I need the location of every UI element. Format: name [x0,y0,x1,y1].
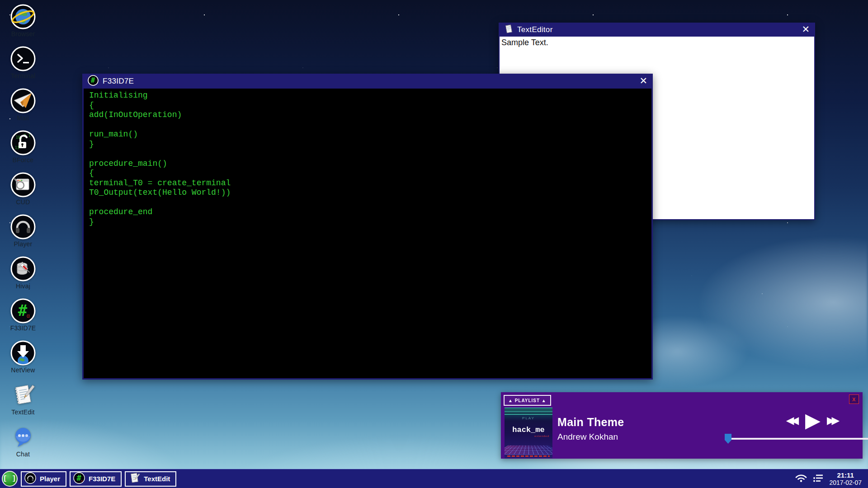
progress-bar[interactable] [726,438,868,440]
desktop-icon-textedit[interactable]: TextEdit [4,378,42,420]
notepad-icon [504,24,513,35]
notepad-icon [10,382,36,408]
desktop-icon-label: Hivaj [16,282,30,290]
terminal-window: # F33ID7E ✕ Initialising { add(InOutOper… [82,74,653,380]
desktop-icon-label: Mail [17,114,29,122]
globe-icon [10,4,36,29]
taskbar-item-player[interactable]: Player [21,471,66,487]
texteditor-text: Sample Text. [501,38,812,47]
desktop-icon-cud[interactable]: CUD [4,168,42,210]
album-grid-decoration [505,446,552,455]
padlock-icon: 101 0 1 11 [10,130,36,155]
album-header-text: PLAY [505,416,552,420]
desktop-icon-label: CUD [16,198,30,206]
wifi-icon[interactable] [795,474,807,484]
desktop-icon-hivaj[interactable]: Hivaj [4,252,42,294]
taskbar-item-label: F33ID7E [89,475,115,483]
database-syringe-icon [10,256,36,282]
taskbar-item-f33id7e[interactable]: # α F33ID7E [70,471,122,487]
desktop-icon-label: BForce [13,156,33,164]
player-close-button[interactable]: X [849,394,859,404]
playlist-toggle-button[interactable]: ▲ PLAYLIST ▲ [504,395,551,406]
desktop-icon-label: TextEdit [11,408,34,416]
close-icon[interactable]: ✕ [639,76,647,86]
svg-text:α: α [27,313,30,319]
headphones-icon [10,214,36,239]
texteditor-titlebar[interactable]: TextEditor ✕ [499,23,815,37]
rewind-icon[interactable]: ◀◀ [786,414,799,426]
clock-date: 2017-02-07 [829,479,862,486]
notepad-icon [128,472,140,486]
desktop-icon-label: Player [14,240,33,248]
hash-icon: # α [73,472,85,486]
desktop-icon-label: NetView [11,366,35,374]
paper-plane-icon [10,88,36,113]
taskbar-item-label: TextEdit [144,475,170,483]
taskbar-item-label: Player [40,475,60,483]
album-art: PLAY hack_me extended [505,408,552,458]
list-icon[interactable] [813,474,824,484]
desktop-icon-label: Browser [11,30,35,38]
taskbar-clock[interactable]: 21:11 2017-02-07 [829,471,862,486]
window-search-icon [10,172,36,197]
desktop-icon-bforce[interactable]: 101 0 1 11 BForce [4,126,42,168]
desktop-icon-label: Chat [16,450,30,458]
player-controls: ◀◀ ▶ ▶▶ [761,410,865,430]
terminal-icon [10,46,36,71]
album-footer-decoration [507,455,550,457]
music-player-panel: ▲ PLAYLIST ▲ X PLAY hack_me extended Mai… [501,392,863,459]
svg-text:#: # [91,76,95,84]
desktop-icon-mail[interactable]: Mail [4,84,42,126]
terminal-titlebar[interactable]: # F33ID7E ✕ [82,74,653,89]
progress-thumb[interactable] [725,434,731,444]
hash-icon: # [88,75,99,88]
terminal-code: Initialising { add(InOutOperation) run_m… [84,89,651,229]
start-button[interactable]: [ ] [2,471,18,487]
desktop-icon-label: Terminal [11,72,36,80]
terminal-content-area[interactable]: Initialising { add(InOutOperation) run_m… [82,89,653,380]
window-title: TextEditor [517,25,553,34]
track-artist: Andrew Kokhan [557,432,618,442]
album-glitch-band [505,408,552,415]
desktop-icon-browser[interactable]: Browser [4,0,42,42]
play-icon[interactable]: ▶ [805,410,821,430]
album-subtitle-text: extended [534,435,549,437]
desktop-icon-f33id7e[interactable]: # α F33ID7E [4,294,42,336]
window-title: F33ID7E [103,77,134,86]
desktop-icon-player[interactable]: Player [4,210,42,252]
headphones-icon [24,472,36,486]
system-tray: 21:11 2017-02-07 [795,471,868,486]
taskbar: [ ] Player # α F33ID7E [0,469,868,488]
taskbar-item-textedit[interactable]: TextEdit [125,471,176,487]
album-title-text: hack_me [505,426,552,434]
fast-forward-icon[interactable]: ▶▶ [827,414,840,426]
svg-text:#: # [18,301,28,319]
desktop-wallpaper: Browser Terminal Mail [0,0,868,488]
chat-bubble-icon [10,424,36,450]
download-globe-icon [10,340,36,366]
desktop-icon-terminal[interactable]: Terminal [4,42,42,84]
desktop-icon-label: F33ID7E [10,324,36,332]
hash-icon: # α [10,298,36,324]
desktop-icon-netview[interactable]: NetView [4,336,42,378]
desktop-icon-chat[interactable]: Chat [4,420,42,462]
close-icon[interactable]: ✕ [802,25,810,34]
svg-text:α: α [81,479,83,482]
clock-time: 21:11 [837,471,854,479]
desktop-icon-rail: Browser Terminal Mail [4,0,42,462]
track-title: Main Theme [557,416,624,429]
